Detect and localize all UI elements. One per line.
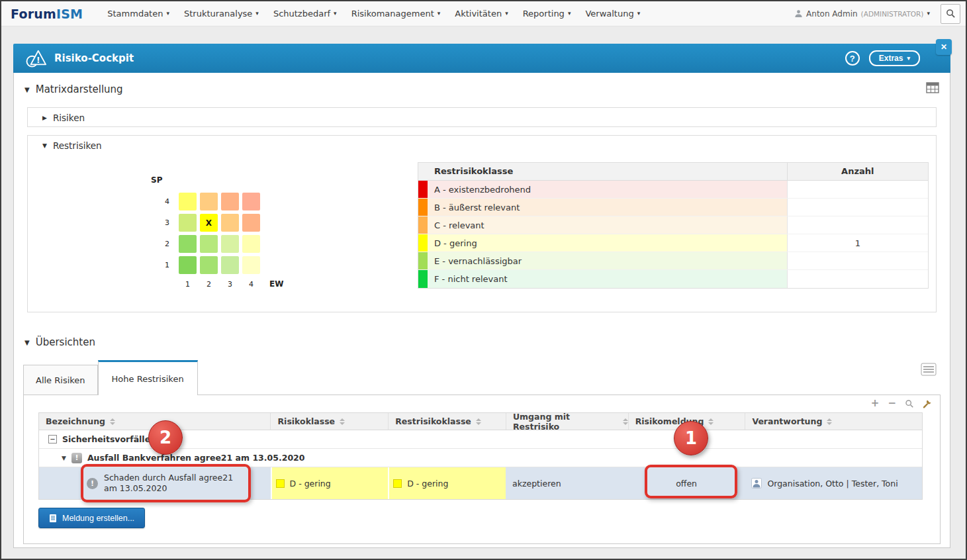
list-view-icon[interactable] — [921, 363, 937, 379]
meldung-erstellen-button[interactable]: Meldung erstellen... — [38, 508, 145, 528]
chevron-down-icon: ▾ — [437, 11, 441, 17]
matrix-col-label: 2 — [200, 280, 218, 289]
column-label: Bezeichnung — [46, 416, 105, 426]
close-button[interactable]: ✕ — [936, 39, 952, 55]
table-row[interactable]: ! Schaden durch Ausfall agree21 am 13.05… — [39, 467, 922, 499]
column-header-bezeichnung[interactable]: Bezeichnung — [39, 413, 270, 430]
tab-alle-risiken[interactable]: Alle Risiken — [23, 365, 98, 395]
menu-schutzbedarf[interactable]: Schutzbedarf ▾ — [266, 1, 344, 26]
matrix-cell[interactable] — [179, 256, 197, 274]
user-menu[interactable]: Anton Admin (ADMINISTRATOR) ▾ — [794, 9, 941, 19]
menu-reporting[interactable]: Reporting ▾ — [516, 1, 578, 26]
matrix-cell-marked[interactable]: X — [200, 214, 218, 232]
chevron-down-icon: ▾ — [166, 11, 169, 17]
column-header-risikoklasse[interactable]: Risikoklasse — [270, 413, 388, 430]
sort-icons[interactable] — [623, 418, 628, 425]
matrix-cell[interactable] — [200, 235, 218, 253]
matrix-cell[interactable] — [179, 235, 197, 253]
wrench-icon[interactable] — [923, 399, 932, 408]
column-label: Restrisikoklasse — [395, 416, 471, 426]
menu-stammdaten[interactable]: Stammdaten ▾ — [100, 1, 177, 26]
matrix-cell[interactable] — [242, 256, 260, 274]
verantwortung-value: Organisation, Otto | Tester, Toni — [767, 479, 898, 489]
matrix-row-label: 2 — [159, 235, 169, 253]
plus-icon[interactable]: + — [871, 398, 880, 408]
grid-view-icon[interactable] — [926, 82, 939, 96]
extras-button[interactable]: Extras ▾ — [869, 50, 920, 66]
risikoklasse-value: D - gering — [290, 479, 331, 489]
app-logo[interactable]: ForumISM — [11, 7, 83, 21]
help-button[interactable]: ? — [845, 51, 860, 66]
column-header-risikomeldung[interactable]: Risikomeldung — [628, 413, 745, 430]
logo-ism-text: ISM — [56, 7, 83, 21]
menu-aktivitaeten[interactable]: Aktivitäten ▾ — [447, 1, 515, 26]
collapse-group-icon[interactable]: − — [48, 435, 57, 443]
sort-icons[interactable] — [340, 418, 345, 425]
forumism-window: ForumISM Stammdaten ▾ Strukturanalyse ▾ … — [0, 0, 967, 560]
triangle-expanded-icon[interactable]: ▼ — [62, 455, 66, 461]
matrix-cell[interactable] — [242, 214, 260, 232]
matrix-cell[interactable] — [242, 193, 260, 210]
column-header-restrisikoklasse[interactable]: Restrisikoklasse — [388, 413, 506, 430]
sort-icons[interactable] — [110, 418, 115, 425]
section-uebersichten[interactable]: ▼ Übersichten — [24, 336, 939, 348]
menu-verwaltung[interactable]: Verwaltung ▾ — [578, 1, 647, 26]
table-row-class-f: F - nicht relevant — [418, 270, 928, 288]
chevron-down-icon: ▾ — [505, 11, 508, 17]
matrix-cell[interactable] — [179, 214, 197, 232]
restrisiken-content: SP 4 3 2 1 X — [28, 156, 936, 312]
risiko-cockpit-panel: ! Risiko-Cockpit ? Extras ▾ ✕ ▼ Matrixda… — [13, 44, 950, 548]
matrix-cell[interactable] — [242, 235, 260, 253]
tab-hohe-restrisiken[interactable]: Hohe Restrisiken — [98, 360, 198, 395]
column-header-umgang[interactable]: Umgang mit Restrisiko — [506, 413, 628, 430]
section-matrixdarstellung[interactable]: ▼ Matrixdarstellung — [24, 83, 939, 95]
menu-strukturanalyse[interactable]: Strukturanalyse ▾ — [177, 1, 266, 26]
chevron-down-icon: ▾ — [568, 11, 571, 17]
matrix-cell[interactable] — [179, 193, 197, 210]
tab-label: Alle Risiken — [36, 375, 85, 385]
overview-tabs: Alle Risiken Hohe Restrisiken — [23, 360, 198, 395]
warning-triangle-logo-icon: ! — [25, 48, 48, 68]
accordion-risiken[interactable]: ▶ Risiken — [27, 107, 937, 127]
matrix-cell[interactable] — [200, 256, 218, 274]
risikomeldung-value: offen — [676, 479, 697, 489]
table-row-class-e: E - vernachlässigbar — [418, 252, 928, 270]
minus-icon[interactable]: − — [888, 398, 896, 408]
parent-risk-row[interactable]: ▼ ! Ausfall Bankverfahren agree21 am 13.… — [39, 449, 922, 467]
user-name: Anton Admin — [806, 9, 858, 19]
group-row-sicherheitsvorfaelle[interactable]: − Sicherheitsvorfälle — [39, 430, 922, 449]
header-anzahl: Anzahl — [787, 163, 928, 180]
matrix-row-label: 4 — [159, 193, 169, 210]
accordion-restrisiken-header[interactable]: ▼ Restrisiken — [28, 136, 936, 156]
matrix-cell[interactable] — [200, 193, 218, 210]
button-label: Meldung erstellen... — [62, 514, 134, 523]
class-count — [787, 270, 928, 288]
cell-risikomeldung: offen — [628, 467, 745, 499]
matrix-cell[interactable] — [221, 193, 239, 210]
column-header-verantwortung[interactable]: Verantwortung — [745, 413, 922, 430]
cockpit-header: ! Risiko-Cockpit ? Extras ▾ ✕ — [13, 44, 950, 73]
warning-icon: ! — [71, 453, 82, 463]
overview-panel: + − Bezeichnung — [23, 395, 941, 544]
class-count — [787, 216, 928, 234]
table-row-class-c: C - relevant — [418, 216, 928, 234]
matrix-cell[interactable] — [221, 214, 239, 232]
search-button[interactable] — [941, 4, 960, 24]
search-icon[interactable] — [905, 399, 914, 408]
class-label: B - äußerst relevant — [428, 199, 787, 216]
matrix-cell[interactable] — [221, 256, 239, 274]
menu-label: Schutzbedarf — [273, 9, 330, 19]
cell-bezeichnung[interactable]: ! Schaden durch Ausfall agree21 am 13.05… — [39, 467, 271, 499]
cell-umgang: akzeptieren — [506, 467, 628, 499]
matrix-row-label: 3 — [159, 214, 169, 232]
sort-icons[interactable] — [708, 418, 714, 425]
table-row-class-d: D - gering 1 — [418, 234, 928, 252]
sort-icons[interactable] — [476, 418, 481, 425]
matrix-cell[interactable] — [221, 235, 239, 253]
column-label: Verantwortung — [752, 416, 822, 426]
sort-icons[interactable] — [827, 418, 832, 425]
chevron-down-icon: ▾ — [255, 11, 259, 17]
menu-label: Verwaltung — [585, 9, 633, 19]
menu-risikomanagement[interactable]: Risikomanagement ▾ — [344, 1, 448, 26]
extras-label: Extras — [879, 54, 903, 63]
